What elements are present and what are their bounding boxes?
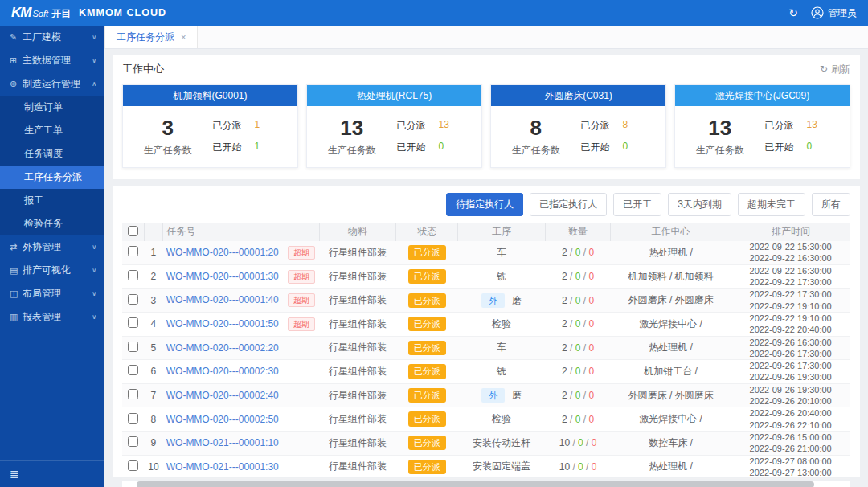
scheduled-end-time: 2022-09-26 21:00:00 [731,443,850,454]
process-name: 车 [497,342,506,353]
task-number-link[interactable]: WO-MMO-020---00002:30 [166,366,279,377]
task-number-link[interactable]: WO-MMO-021---00001:10 [166,437,279,448]
task-number-link[interactable]: WO-MMO-020---00001:40 [166,294,279,305]
process-name: 铣 [497,366,506,377]
row-index: 5 [144,336,163,360]
scrollbar-thumb[interactable] [137,481,814,487]
row-checkbox[interactable] [128,389,138,399]
scheduled-start-time: 2022-09-26 20:40:00 [731,407,850,419]
qty-separator: / [580,271,588,282]
work-center-cell: 热处理机 / [611,241,731,264]
column-task-no: 任务号 [163,223,320,241]
sidebar-item-label: 排产可视化 [23,264,92,277]
table-header-row: 任务号 物料 状态 工序 数量 工作中心 排产时间 [122,223,850,241]
row-checkbox[interactable] [128,342,138,352]
work-center-cell: 机加钳工台 / [611,360,731,384]
sidebar-item-task-scheduling[interactable]: 任务调度 [0,142,104,166]
qty-separator: / [570,437,578,448]
work-center-card[interactable]: 激光焊接中心(JGC09) 13 生产任务数 已分派13 已开始0 [674,84,850,168]
sidebar-item-outsourcing[interactable]: ⇄ 外协管理 ∨ [0,235,104,259]
table-row[interactable]: 3 WO-MMO-020---00001:40 超期 行星组件部装 已分派 外 … [122,289,850,313]
horizontal-scrollbar[interactable] [122,481,850,487]
user-menu[interactable]: 管理员 [811,6,857,20]
assigned-value: 13 [439,119,449,133]
process-name: 安装固定端盖 [473,460,530,472]
filter-all[interactable]: 所有 [812,193,850,216]
tab-close-icon[interactable]: × [181,32,186,42]
sidebar-collapse-toggle[interactable]: ≣ [0,460,104,487]
refresh-button[interactable]: ↻ 刷新 [820,63,850,76]
table-row[interactable]: 10 WO-MMO-021---00001:30 行星组件部装 已分派 安装固定… [122,455,850,479]
table-row[interactable]: 9 WO-MMO-021---00001:10 行星组件部装 已分派 安装传动连… [122,431,850,455]
task-number-link[interactable]: WO-MMO-020---00002:20 [166,342,279,354]
started-label: 已开始 [397,141,426,154]
row-checkbox[interactable] [128,246,138,256]
sidebar-item-layout-management[interactable]: ◫ 布局管理 ∨ [0,282,104,305]
task-number-link[interactable]: WO-MMO-020---00002:40 [166,390,279,401]
row-checkbox[interactable] [128,270,138,280]
card-title: 外圆磨床(C031) [491,85,665,106]
task-number-link[interactable]: WO-MMO-020---00001:50 [166,318,279,329]
refresh-icon[interactable]: ↻ [787,6,800,19]
table-row[interactable]: 4 WO-MMO-020---00001:50 超期 行星组件部装 已分派 检验… [122,312,850,336]
scheduled-end-time: 2022-09-27 13:00:00 [731,467,850,478]
filter-pending-assignee[interactable]: 待指定执行人 [446,193,523,216]
sidebar-item-operation-task-dispatch[interactable]: 工序任务分派 [0,166,104,189]
sidebar-item-factory-modeling[interactable]: ✎ 工厂建模 ∨ [0,26,104,49]
row-checkbox[interactable] [128,294,138,305]
task-number-link[interactable]: WO-MMO-020---00002:50 [166,414,279,425]
work-center-cell: 激光焊接中心 / [611,407,731,432]
sidebar-item-production-work-orders[interactable]: 生产工单 [0,119,104,142]
work-center-card[interactable]: 机加领料(G0001) 3 生产任务数 已分派1 已开始1 [122,84,298,168]
work-center-cell: 机加领料 / 机加领料 [611,264,731,289]
sidebar-item-master-data[interactable]: ⊞ 主数据管理 ∨ [0,49,104,72]
column-process: 工序 [458,223,546,241]
work-center-card[interactable]: 热处理机(RCL75) 13 生产任务数 已分派13 已开始0 [306,84,482,168]
table-row[interactable]: 2 WO-MMO-020---00001:30 超期 行星组件部装 已分派 铣 … [122,264,850,289]
qty-completed: 0 [578,437,583,448]
select-all-checkbox[interactable] [128,226,138,236]
process-name: 车 [497,247,506,258]
row-checkbox[interactable] [128,365,138,375]
table-row[interactable]: 1 WO-MMO-020---00001:20 超期 行星组件部装 已分派 车 … [122,241,850,264]
material-cell: 行星组件部装 [320,431,396,455]
qty-total: 2 [562,414,567,425]
row-checkbox[interactable] [128,436,138,447]
sidebar-item-manufacturing-exec[interactable]: ⊛ 制造运行管理 ∧ [0,72,104,96]
filter-due-in-3-days[interactable]: 3天内到期 [668,193,731,216]
work-center-cell: 外圆磨床 / 外圆磨床 [611,383,731,407]
qty-separator: / [583,437,592,448]
task-number-link[interactable]: WO-MMO-020---00001:20 [166,247,279,258]
row-index: 2 [144,264,163,289]
filter-overdue-unfinished[interactable]: 超期未完工 [738,193,805,216]
filter-assigned-assignee[interactable]: 已指定执行人 [530,193,607,216]
assigned-label: 已分派 [765,119,794,133]
row-checkbox[interactable] [128,460,138,471]
sidebar-item-report-management[interactable]: ▥ 报表管理 ∨ [0,305,104,329]
column-quantity: 数量 [545,223,611,241]
table-row[interactable]: 7 WO-MMO-020---00002:40 行星组件部装 已分派 外 磨 2… [122,383,850,407]
work-center-card[interactable]: 外圆磨床(C031) 8 生产任务数 已分派8 已开始0 [490,84,666,168]
card-title: 激光焊接中心(JGC09) [675,85,850,106]
sidebar-item-manufacturing-orders[interactable]: 制造订单 [0,96,104,119]
sidebar-item-inspection-tasks[interactable]: 检验任务 [0,212,104,235]
row-checkbox[interactable] [128,413,138,424]
row-checkbox[interactable] [128,317,138,328]
table-row[interactable]: 5 WO-MMO-020---00002:20 行星组件部装 已分派 车 2 /… [122,336,850,360]
task-number-link[interactable]: WO-MMO-020---00001:30 [166,271,279,282]
sidebar-item-scheduling-visualization[interactable]: ▤ 排产可视化 ∨ [0,259,104,282]
qty-separator: / [580,342,588,354]
scheduled-time-cell: 2022-09-22 15:30:00 2022-09-22 16:30:00 [731,241,850,264]
scheduled-start-time: 2022-09-22 17:30:00 [731,289,850,300]
task-table: 任务号 物料 状态 工序 数量 工作中心 排产时间 1 WO-MMO-020-- [122,223,850,479]
table-row[interactable]: 6 WO-MMO-020---00002:30 行星组件部装 已分派 铣 2 /… [122,360,850,384]
tab-operation-task-dispatch[interactable]: 工序任务分派 × [104,26,198,48]
status-badge: 已分派 [408,293,446,308]
task-number-link[interactable]: WO-MMO-021---00001:30 [166,461,279,473]
table-row[interactable]: 8 WO-MMO-020---00002:50 行星组件部装 已分派 检验 2 … [122,407,850,432]
filter-started[interactable]: 已开工 [613,193,661,216]
status-badge: 已分派 [408,317,446,331]
row-index: 6 [144,360,163,384]
manufacturing-exec-icon: ⊛ [10,79,23,89]
sidebar-item-work-report[interactable]: 报工 [0,189,104,212]
